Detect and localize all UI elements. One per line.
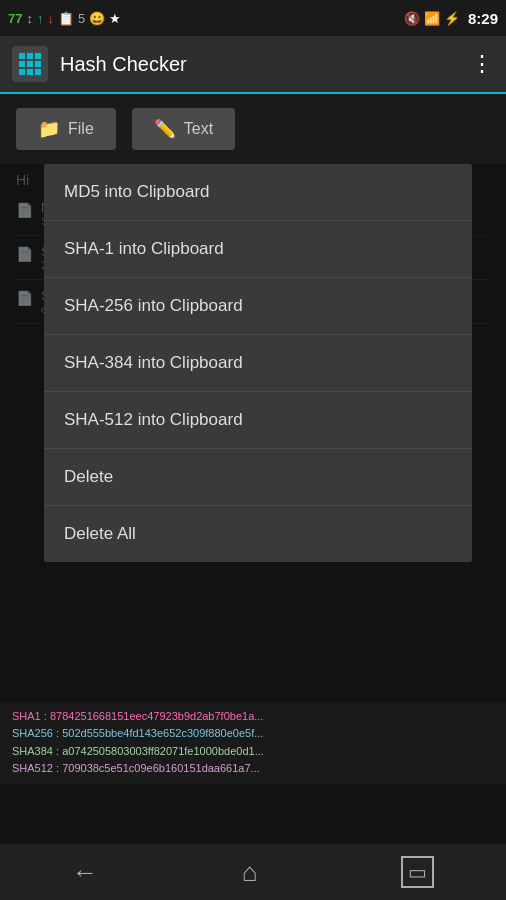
status-icon-clip: 📋	[58, 11, 74, 26]
sha384-value: a0742505803003ff82071fe1000bde0d1...	[62, 745, 264, 757]
app-bar-left: Hash Checker	[12, 46, 187, 82]
mute-icon: 🔇	[404, 11, 420, 26]
sha1-value: 8784251668151eec47923b9d2ab7f0be1a...	[50, 710, 264, 722]
hash-display: SHA1 : 8784251668151eec47923b9d2ab7f0be1…	[0, 702, 506, 784]
status-icon-star: ★	[109, 11, 121, 26]
battery-label: ⚡	[444, 11, 460, 26]
status-arrows-icon: ↕	[26, 11, 33, 26]
tab-bar: 📁 File ✏️ Text	[0, 94, 506, 164]
sha1-label: SHA1 :	[12, 710, 47, 722]
tab-file-label: File	[68, 120, 94, 138]
back-button[interactable]: ←	[72, 857, 98, 888]
arrow-up-icon: ↑	[37, 11, 44, 26]
status-icon-face: 😀	[89, 11, 105, 26]
sha256-hash-line: SHA256 : 502d555bbe4fd143e652c309f880e0e…	[12, 725, 494, 743]
file-icon: 📁	[38, 118, 60, 140]
app-icon	[12, 46, 48, 82]
signal-icon: 📶	[424, 11, 440, 26]
status-time: 8:29	[468, 10, 498, 27]
recent-button[interactable]: ▭	[401, 856, 434, 888]
menu-item-delete-all[interactable]: Delete All	[44, 506, 472, 562]
sha384-hash-line: SHA384 : a0742505803003ff82071fe1000bde0…	[12, 743, 494, 761]
main-content: Hi 📄 M... S...txt 📄 S... 2... 📄	[0, 164, 506, 844]
text-icon: ✏️	[154, 118, 176, 140]
sha1-hash-line: SHA1 : 8784251668151eec47923b9d2ab7f0be1…	[12, 708, 494, 726]
arrow-down-icon: ↓	[47, 11, 54, 26]
overflow-menu-button[interactable]: ⋮	[471, 51, 494, 77]
sha256-label: SHA256 :	[12, 727, 59, 739]
status-left-icons: 77 ↕ ↑ ↓ 📋 5 😀 ★	[8, 11, 121, 26]
menu-item-delete[interactable]: Delete	[44, 449, 472, 506]
tab-text-label: Text	[184, 120, 213, 138]
sha384-label: SHA384 :	[12, 745, 59, 757]
menu-item-sha512-clipboard[interactable]: SHA-512 into Clipboard	[44, 392, 472, 449]
status-icon-77: 77	[8, 11, 22, 26]
status-right-icons: 🔇 📶 ⚡ 8:29	[404, 10, 498, 27]
tab-text[interactable]: ✏️ Text	[132, 108, 235, 150]
sha512-hash-line: SHA512 : 709038c5e51c09e6b160151daa661a7…	[12, 760, 494, 778]
navigation-bar: ← ⌂ ▭	[0, 844, 506, 900]
sha256-value: 502d555bbe4fd143e652c309f880e0e5f...	[62, 727, 263, 739]
status-bar: 77 ↕ ↑ ↓ 📋 5 😀 ★ 🔇 📶 ⚡ 8:29	[0, 0, 506, 36]
menu-item-sha256-clipboard[interactable]: SHA-256 into Clipboard	[44, 278, 472, 335]
menu-item-md5-clipboard[interactable]: MD5 into Clipboard	[44, 164, 472, 221]
menu-item-sha1-clipboard[interactable]: SHA-1 into Clipboard	[44, 221, 472, 278]
app-bar: Hash Checker ⋮	[0, 36, 506, 94]
sha512-value: 709038c5e51c09e6b160151daa661a7...	[62, 762, 260, 774]
grid-icon	[19, 53, 41, 75]
status-icon-5: 5	[78, 11, 85, 26]
dropdown-menu: MD5 into Clipboard SHA-1 into Clipboard …	[44, 164, 472, 562]
app-title: Hash Checker	[60, 53, 187, 76]
menu-item-sha384-clipboard[interactable]: SHA-384 into Clipboard	[44, 335, 472, 392]
home-button[interactable]: ⌂	[242, 857, 258, 888]
sha512-label: SHA512 :	[12, 762, 59, 774]
tab-file[interactable]: 📁 File	[16, 108, 116, 150]
